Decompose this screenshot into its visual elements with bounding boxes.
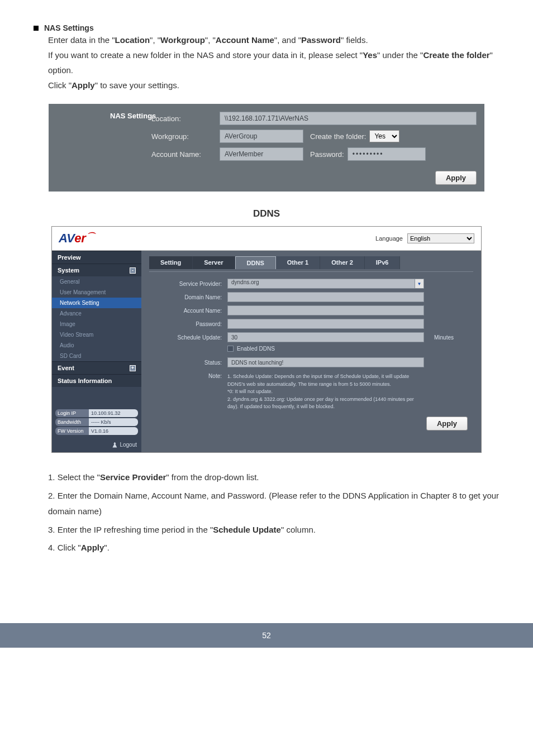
- text: column.: [284, 525, 316, 534]
- account-name-input-ddns[interactable]: [227, 305, 424, 315]
- service-provider-label: Service Provider:: [155, 281, 222, 287]
- quoted-service-provider: Service Provider: [100, 472, 166, 482]
- create-folder-label: Create the folder:: [310, 132, 366, 141]
- info-bandwidth-label: Bandwidth: [55, 418, 89, 426]
- password-label-ddns: Password:: [155, 321, 222, 327]
- logo-av: AV: [59, 231, 74, 245]
- info-row-fw-version: FW VersionV1.0.16: [55, 427, 138, 435]
- ddns-section-title: DDNS: [34, 208, 499, 219]
- step-2: 2. Enter the Domain Name, Account Name, …: [48, 488, 499, 520]
- sidebar-status-head[interactable]: Status Information: [52, 374, 141, 387]
- status-label: Status:: [155, 360, 222, 366]
- collapse-icon[interactable]: -: [130, 267, 136, 274]
- schedule-update-unit: Minutes: [434, 334, 468, 341]
- text: Enter the IP refreshing time period in t…: [58, 525, 210, 534]
- tab-setting[interactable]: Setting: [149, 256, 193, 269]
- service-provider-select[interactable]: dyndns.org: [227, 279, 415, 289]
- quoted-password: Password: [301, 35, 341, 45]
- sidebar-item-audio[interactable]: Audio: [52, 340, 141, 351]
- account-name-label-ddns: Account Name:: [155, 308, 222, 314]
- sidebar-item-network-setting[interactable]: Network Setting: [52, 298, 141, 308]
- sidebar-item-image[interactable]: Image: [52, 319, 141, 329]
- sidebar-preview-label: Preview: [58, 254, 81, 261]
- text: .: [107, 543, 110, 552]
- info-row-login-ip: Login IP10.100.91.32: [55, 409, 138, 417]
- password-input-ddns[interactable]: [227, 319, 424, 329]
- step-1: 1. Select the "Service Provider" from th…: [48, 470, 499, 486]
- text: ,: [153, 35, 157, 45]
- text: Enter data in the: [48, 35, 112, 45]
- logout-link[interactable]: Logout: [52, 439, 141, 452]
- info-fw-label: FW Version: [55, 427, 89, 435]
- quoted-workgroup: Workgroup: [160, 35, 205, 45]
- tab-other-2[interactable]: Other 2: [320, 256, 365, 269]
- language-select[interactable]: English: [407, 233, 474, 243]
- info-login-label: Login IP: [55, 409, 89, 417]
- location-label: Location:: [151, 114, 213, 123]
- text: Select the: [58, 472, 97, 482]
- account-name-label: Account Name:: [151, 150, 213, 159]
- password-input[interactable]: [348, 147, 426, 161]
- step-4: 4. Click "Apply".: [48, 540, 499, 556]
- tab-other-1[interactable]: Other 1: [276, 256, 321, 269]
- text: Click: [48, 80, 69, 90]
- quoted-apply-2: Apply: [81, 543, 104, 552]
- text: ,: [208, 35, 212, 45]
- quoted-apply: Apply: [72, 80, 95, 90]
- quoted-schedule-update: Schedule Update: [213, 525, 281, 534]
- text: Enter the Domain Name, Account Name, and…: [48, 491, 499, 516]
- quoted-create-folder: Create the folder: [423, 50, 489, 60]
- sidebar-system-head[interactable]: System-: [52, 264, 141, 276]
- status-value: [227, 357, 424, 367]
- tab-ddns[interactable]: DDNS: [235, 256, 276, 269]
- logout-label: Logout: [120, 442, 137, 448]
- person-icon: [112, 442, 117, 448]
- create-folder-select[interactable]: Yes: [369, 130, 399, 142]
- text: option.: [48, 65, 73, 75]
- tab-server[interactable]: Server: [193, 256, 235, 269]
- text: , and: [277, 35, 298, 45]
- note-label: Note:: [155, 373, 222, 379]
- chevron-down-icon[interactable]: ▼: [415, 279, 424, 289]
- ddns-screenshot: AVer⌒ Language English Preview System- G…: [51, 226, 482, 453]
- tab-ipv6[interactable]: IPv6: [365, 256, 401, 269]
- sidebar-status-label: Status Information: [58, 377, 112, 384]
- quoted-account: Account Name: [216, 35, 274, 45]
- schedule-update-input[interactable]: [227, 332, 424, 342]
- step-3: 3. Enter the IP refreshing time period i…: [48, 522, 499, 538]
- text: from the drop-down list.: [169, 472, 259, 482]
- sidebar-preview-head[interactable]: Preview: [52, 251, 141, 264]
- password-label: Password:: [310, 150, 344, 159]
- sidebar-item-sd-card[interactable]: SD Card: [52, 351, 141, 361]
- sidebar-item-general[interactable]: General: [52, 276, 141, 287]
- text: under the: [380, 50, 420, 60]
- nas-settings-panel: NAS Settings Location: Workgroup: Create…: [49, 104, 484, 192]
- sidebar-system-label: System: [58, 267, 79, 274]
- workgroup-label: Workgroup:: [151, 132, 213, 141]
- expand-icon[interactable]: +: [130, 365, 136, 371]
- intro-line2: If you want to create a new folder in th…: [48, 47, 499, 78]
- sidebar-item-user-management[interactable]: User Management: [52, 287, 141, 298]
- enabled-ddns-checkbox[interactable]: [227, 346, 234, 352]
- intro-apply-line: Click "Apply" to save your settings.: [48, 78, 499, 93]
- note-text: 1. Schedule Update: Depends on the input…: [227, 373, 424, 411]
- quoted-yes: Yes: [363, 50, 377, 60]
- intro-line1: Enter data in the "Location", "Workgroup…: [48, 32, 499, 47]
- sidebar-item-video-stream[interactable]: Video Stream: [52, 329, 141, 340]
- domain-name-input[interactable]: [227, 292, 424, 302]
- sidebar-item-advance[interactable]: Advance: [52, 308, 141, 319]
- nas-heading: NAS Settings: [44, 23, 94, 32]
- account-name-input[interactable]: [220, 147, 303, 161]
- nas-panel-title: NAS Settings: [110, 112, 156, 120]
- schedule-update-label: Schedule Update:: [155, 334, 222, 341]
- ddns-apply-button[interactable]: Apply: [426, 417, 468, 430]
- info-row-bandwidth: Bandwidth----- Kb/s: [55, 418, 138, 426]
- info-fw-value: V1.0.16: [89, 427, 138, 435]
- text: If you want to create a new folder in th…: [48, 50, 360, 60]
- sidebar-event-head[interactable]: Event+: [52, 361, 141, 374]
- info-bandwidth-value: ----- Kb/s: [89, 418, 138, 426]
- nas-apply-button[interactable]: Apply: [435, 171, 477, 185]
- location-input[interactable]: [220, 112, 477, 125]
- main-panel: Setting Server DDNS Other 1 Other 2 IPv6…: [141, 251, 481, 452]
- workgroup-input[interactable]: [220, 130, 303, 143]
